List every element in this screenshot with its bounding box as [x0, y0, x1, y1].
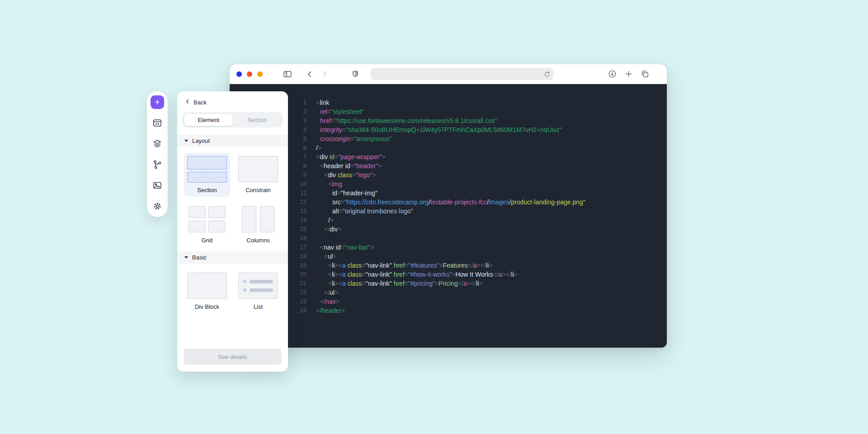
section-title: Layout	[192, 137, 210, 144]
constrain-glyph	[237, 155, 279, 183]
card-div-block[interactable]: Div Block	[184, 269, 230, 313]
code-line: 11id="header-img"	[293, 189, 667, 198]
section-header-layout[interactable]: Layout	[177, 135, 288, 147]
code-browser-icon[interactable]	[151, 116, 164, 130]
side-toolbar	[147, 91, 168, 217]
shield-icon[interactable]	[351, 70, 360, 79]
tabs-overview-icon[interactable]	[640, 69, 650, 79]
chevron-left-icon	[184, 98, 190, 106]
basic-cards: Div Block List	[177, 264, 288, 316]
close-button[interactable]	[236, 71, 242, 77]
zoom-button[interactable]	[257, 71, 263, 77]
code-line: 12src="https://cdn.freecodecamp.org/test…	[293, 198, 667, 207]
code-line: 15</div>	[293, 225, 667, 234]
sidebar-toggle-icon[interactable]	[283, 69, 292, 79]
card-list[interactable]: List	[235, 269, 281, 313]
address-bar[interactable]	[371, 68, 553, 80]
code-line: 24</header>	[293, 306, 667, 315]
layout-cards: Section Constrain Grid Columns	[177, 147, 288, 250]
minimize-button[interactable]	[247, 71, 252, 77]
card-label: Grid	[186, 237, 228, 244]
card-section[interactable]: Section	[184, 153, 230, 197]
back-icon[interactable]	[305, 70, 314, 79]
forward-icon[interactable]	[320, 70, 329, 79]
code-line: 6/>	[293, 143, 667, 152]
code-line: 2rel="stylesheet"	[293, 107, 667, 116]
card-constrain[interactable]: Constrain	[235, 153, 281, 197]
code-line: 8<header id="header">	[293, 161, 667, 170]
chevron-down-icon	[184, 140, 188, 142]
code-line: 21<li><a class="nav-link" href="#pricing…	[293, 279, 667, 288]
layers-icon[interactable]	[151, 137, 164, 151]
code-lines: 1<link2rel="stylesheet"3href="https://us…	[293, 98, 667, 315]
settings-icon[interactable]	[151, 199, 164, 213]
new-tab-icon[interactable]	[624, 69, 633, 79]
see-details-button[interactable]: See details	[184, 349, 282, 365]
add-button[interactable]	[151, 95, 164, 109]
card-columns[interactable]: Columns	[235, 203, 281, 247]
element-panel: Back Element Section Layout Section Cons…	[177, 91, 288, 372]
card-label: Constrain	[237, 187, 279, 193]
section-title: Basic	[192, 254, 207, 261]
code-line: 7<div id="page-wrapper">	[293, 152, 667, 161]
code-line: 16	[293, 234, 667, 243]
code-line: 23</nav>	[293, 297, 667, 306]
tab-section[interactable]: Section	[233, 113, 282, 126]
address-input[interactable]	[371, 68, 553, 80]
code-line: 1<link	[293, 98, 667, 107]
code-line: 4integrity="sha384-50oBUHEmvpQ+1lW4y57PT…	[293, 125, 667, 134]
grid-glyph	[186, 205, 228, 233]
code-line: 22</ul>	[293, 288, 667, 297]
panel-tabs: Element Section	[183, 112, 283, 127]
code-line: 14/>	[293, 216, 667, 225]
card-label: Div Block	[186, 303, 228, 310]
branch-icon[interactable]	[151, 158, 164, 171]
code-line: 18<ul>	[293, 252, 667, 261]
columns-glyph	[237, 205, 279, 233]
chrome-right-icons	[608, 69, 650, 79]
list-glyph	[237, 272, 279, 300]
back-label: Back	[193, 99, 207, 106]
card-grid[interactable]: Grid	[184, 203, 230, 247]
card-label: Section	[186, 187, 228, 193]
code-line: 5crossorigin="anonymous"	[293, 134, 667, 143]
chevron-down-icon	[184, 256, 188, 259]
browser-window: 1<link2rel="stylesheet"3href="https://us…	[230, 64, 667, 348]
code-line: 9<div class="logo">	[293, 170, 667, 179]
browser-chrome	[230, 64, 667, 84]
code-line: 17<nav id="nav-bar">	[293, 243, 667, 252]
section-glyph	[186, 155, 228, 183]
download-icon[interactable]	[608, 69, 617, 79]
card-label: List	[237, 303, 279, 310]
code-line: 3href="https://use.fontawesome.com/relea…	[293, 116, 667, 125]
traffic-lights	[236, 71, 263, 77]
code-line: 20<li><a class="nav-link" href="#how-it-…	[293, 270, 667, 279]
card-label: Columns	[237, 237, 279, 244]
div-block-glyph	[186, 272, 228, 300]
back-button[interactable]: Back	[177, 91, 288, 111]
code-editor: 1<link2rel="stylesheet"3href="https://us…	[230, 84, 667, 348]
code-line: 13alt="original trombones logo"	[293, 207, 667, 216]
code-line: 19<li><a class="nav-link" href="#feature…	[293, 261, 667, 270]
code-line: 10<img	[293, 179, 667, 189]
section-header-basic[interactable]: Basic	[177, 251, 288, 264]
image-icon[interactable]	[151, 179, 164, 192]
tab-element[interactable]: Element	[184, 113, 233, 126]
